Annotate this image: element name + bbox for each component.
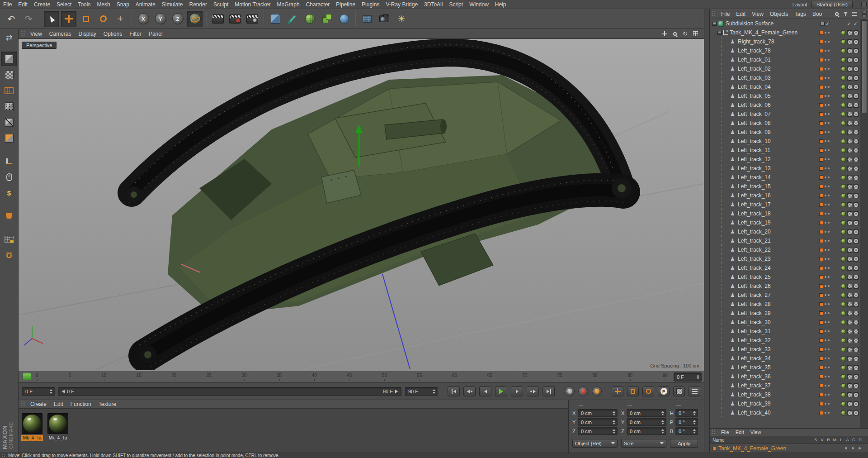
material-tag-icon[interactable] [841, 121, 846, 126]
render-visibility-dot[interactable] [828, 412, 830, 414]
tree-row[interactable]: Left_track_07 ✓ [710, 110, 860, 119]
layer-column-letter[interactable]: L [839, 438, 844, 442]
render-visibility-dot[interactable] [828, 86, 830, 88]
volume-button[interactable] [336, 11, 352, 27]
object-label[interactable]: Left_track_02 [738, 66, 771, 72]
panel-grip[interactable] [712, 429, 716, 435]
position-field[interactable]: 0 cm [578, 418, 618, 426]
uvw-tag-icon[interactable] [847, 320, 852, 325]
editor-visibility-dot[interactable] [825, 195, 826, 196]
layer-color-chip[interactable] [819, 130, 823, 134]
scale-tool[interactable] [78, 11, 94, 27]
menu-item[interactable]: Script [446, 0, 466, 9]
uvw-tag-icon[interactable] [847, 401, 852, 406]
phong-tag-icon[interactable] [854, 266, 859, 271]
menu-item[interactable]: Help [492, 0, 509, 9]
uvw-tag-icon[interactable] [847, 392, 852, 397]
render-visibility-dot[interactable] [828, 204, 830, 205]
material-menu-item[interactable]: Edit [50, 400, 67, 409]
object-manager-menu-item[interactable]: View [749, 9, 767, 19]
size-mode-dropdown[interactable]: Size [621, 439, 666, 448]
material-menu-item[interactable]: Function [67, 400, 95, 409]
editor-visibility-dot[interactable] [825, 348, 826, 350]
object-label[interactable]: Left_track_31 [738, 328, 771, 334]
uvw-tag-icon[interactable] [847, 338, 852, 343]
tree-row[interactable]: Subdivision Surface ✓ [710, 19, 860, 28]
zoom-view-icon[interactable] [671, 30, 679, 37]
material-tag-icon[interactable] [841, 320, 846, 325]
uvw-tag-icon[interactable] [847, 220, 852, 225]
light-button[interactable]: ☀ [394, 11, 409, 27]
phong-tag-icon[interactable] [854, 356, 859, 361]
tree-row[interactable]: Left_track_03 ✓ [710, 73, 860, 82]
phong-tag-icon[interactable] [854, 166, 859, 171]
rotate-tool[interactable] [95, 11, 111, 27]
material-tag-icon[interactable] [841, 112, 846, 117]
layer-color-chip[interactable] [819, 112, 823, 116]
layer-color-chip[interactable] [819, 348, 823, 352]
render-visibility-dot[interactable] [828, 158, 830, 160]
object-manager-menu-item[interactable]: Boo [809, 9, 825, 19]
texture-mode-button[interactable] [1, 67, 17, 82]
object-label[interactable]: Left_track_21 [738, 238, 771, 244]
material-tag-icon[interactable] [841, 266, 846, 271]
editor-visibility-dot[interactable] [825, 140, 826, 142]
previous-frame-button[interactable] [479, 386, 491, 396]
keyframe-selection-toggle[interactable] [673, 386, 685, 396]
expand-toggle-icon[interactable] [717, 31, 722, 35]
render-visibility-dot[interactable] [828, 95, 830, 97]
material-tag-icon[interactable] [841, 184, 846, 189]
live-selection-tool[interactable] [44, 11, 59, 27]
layer-color-chip[interactable] [819, 121, 823, 125]
tree-row[interactable]: Left_track_02 ✓ [710, 64, 860, 73]
layer-color-chip[interactable] [819, 366, 823, 370]
menu-icon[interactable] [851, 11, 858, 17]
tree-row[interactable]: Left_track_25 ✓ [710, 272, 860, 281]
phong-tag-icon[interactable] [854, 401, 859, 406]
render-visibility-dot[interactable] [828, 177, 830, 178]
layer-color-chip[interactable] [819, 230, 823, 234]
uvw-tag-icon[interactable] [847, 293, 852, 298]
object-label[interactable]: Left_track_17 [738, 201, 771, 208]
redo-icon[interactable]: ↷ [21, 11, 36, 27]
layer-color-chip[interactable] [819, 275, 823, 279]
tree-row[interactable]: Left_track_36 ✓ [710, 372, 860, 381]
uvw-tag-icon[interactable] [847, 257, 852, 262]
uvw-tag-icon[interactable] [847, 184, 852, 189]
menu-item[interactable]: V-Ray Bridge [382, 0, 421, 9]
layer-color-chip[interactable] [819, 221, 823, 225]
menu-item[interactable]: Window [466, 0, 492, 9]
object-label[interactable]: Left_track_23 [738, 256, 771, 262]
layer-color-chip[interactable] [819, 248, 823, 252]
object-color-chip[interactable] [712, 447, 716, 450]
editor-visibility-dot[interactable] [825, 149, 826, 151]
object-label[interactable]: Left_track_27 [738, 292, 771, 298]
material-item[interactable]: Mk_4_Ta [21, 413, 43, 441]
size-field[interactable]: 0 cm [627, 409, 666, 417]
paint-tool-button[interactable] [1, 209, 17, 223]
uvw-tag-icon[interactable] [847, 311, 852, 316]
next-key-button[interactable] [527, 386, 539, 396]
lock-workplane-button[interactable] [1, 232, 17, 246]
layer-color-chip[interactable] [819, 257, 823, 261]
key-parameter-toggle[interactable]: P [658, 386, 670, 396]
layer-color-chip[interactable] [819, 176, 823, 180]
layer-color-chip[interactable] [819, 239, 823, 243]
material-tag-icon[interactable] [841, 30, 846, 35]
menu-item[interactable]: Mesh [94, 0, 113, 9]
material-tag-icon[interactable] [841, 103, 846, 108]
menu-item[interactable]: Pipeline [333, 0, 359, 9]
phong-tag-icon[interactable] [854, 284, 859, 289]
spinner-arrows-icon[interactable] [433, 389, 435, 394]
material-tag-icon[interactable] [841, 338, 846, 343]
tree-row[interactable]: Left_track_37 ✓ [710, 381, 860, 390]
tree-row[interactable]: Left_track_10 ✓ [710, 137, 860, 146]
phong-tag-icon[interactable] [854, 48, 859, 53]
uvw-tag-icon[interactable] [847, 103, 852, 108]
editor-visibility-dot[interactable] [825, 385, 826, 386]
phong-tag-icon[interactable] [854, 347, 859, 352]
size-field[interactable]: 0 cm [627, 427, 666, 435]
rotation-header[interactable]: — [670, 403, 698, 408]
pan-view-icon[interactable] [660, 30, 668, 37]
layer-color-chip[interactable] [819, 302, 823, 306]
